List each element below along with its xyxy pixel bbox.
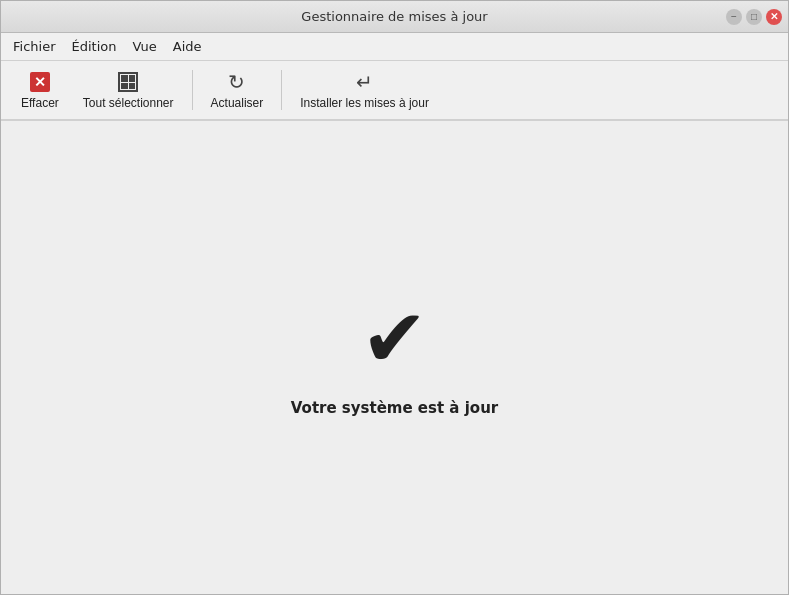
actualiser-label: Actualiser: [211, 96, 264, 110]
close-button[interactable]: ✕: [766, 9, 782, 25]
refresh-icon: ↻: [228, 70, 245, 94]
menubar: Fichier Édition Vue Aide: [1, 33, 788, 61]
menu-edition[interactable]: Édition: [64, 36, 125, 57]
toolbar: ✕ Effacer Tout sélectionner ↻ Actualiser…: [1, 61, 788, 121]
actualiser-button[interactable]: ↻ Actualiser: [199, 66, 276, 114]
menu-vue[interactable]: Vue: [124, 36, 164, 57]
window-controls: − □ ✕: [726, 9, 782, 25]
window: Gestionnaire de mises à jour − □ ✕ Fichi…: [0, 0, 789, 595]
tout-selectionner-label: Tout sélectionner: [83, 96, 174, 110]
tout-selectionner-button[interactable]: Tout sélectionner: [71, 66, 186, 114]
erase-icon: ✕: [30, 70, 50, 94]
install-icon: ↵: [356, 70, 373, 94]
checkmark-icon: ✔: [361, 299, 428, 379]
menu-aide[interactable]: Aide: [165, 36, 210, 57]
minimize-button[interactable]: −: [726, 9, 742, 25]
installer-label: Installer les mises à jour: [300, 96, 429, 110]
select-all-icon: [118, 70, 138, 94]
maximize-button[interactable]: □: [746, 9, 762, 25]
titlebar: Gestionnaire de mises à jour − □ ✕: [1, 1, 788, 33]
installer-button[interactable]: ↵ Installer les mises à jour: [288, 66, 441, 114]
toolbar-separator-1: [192, 70, 193, 110]
status-text: Votre système est à jour: [291, 399, 498, 417]
toolbar-separator-2: [281, 70, 282, 110]
main-content: ✔ Votre système est à jour: [1, 121, 788, 594]
effacer-button[interactable]: ✕ Effacer: [9, 66, 71, 114]
effacer-label: Effacer: [21, 96, 59, 110]
window-title: Gestionnaire de mises à jour: [301, 9, 487, 24]
menu-fichier[interactable]: Fichier: [5, 36, 64, 57]
